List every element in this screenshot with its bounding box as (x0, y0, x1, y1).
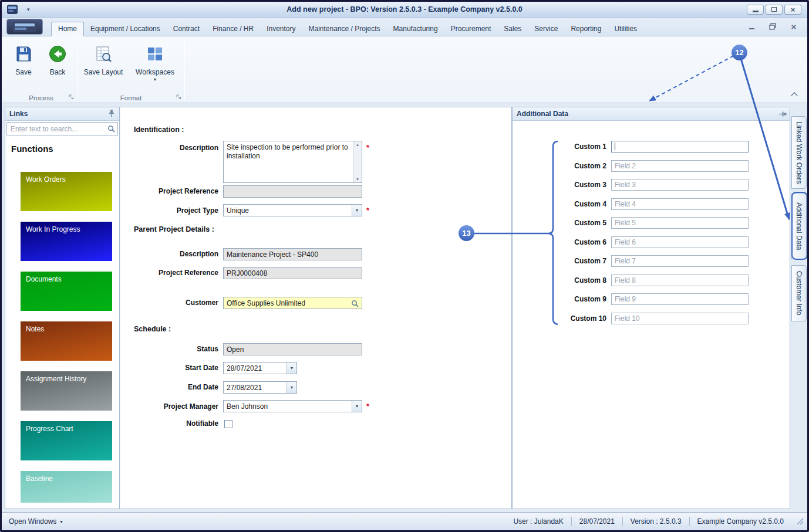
ribbon-tab-reporting[interactable]: Reporting (564, 22, 608, 36)
minimize-button[interactable] (747, 5, 764, 15)
custom-10-field[interactable] (611, 313, 749, 324)
custom-1-field[interactable] (611, 141, 749, 153)
status-user: User : JulandaK (513, 517, 563, 526)
ribbon-tab-maintenance-projects[interactable]: Maintenance / Projects (302, 22, 387, 36)
ribbon-tab-row: Home Equipment / Locations Contract Fina… (2, 18, 807, 36)
tile-notes[interactable]: Notes (21, 321, 112, 361)
custom-8-field[interactable] (611, 275, 749, 286)
description-scrollbar[interactable]: ▲ ▼ (353, 141, 362, 182)
pin-icon[interactable] (108, 109, 115, 119)
description-value: Site inspection to be performed prior to… (224, 141, 353, 182)
project-manager-label: Project Manager (120, 402, 218, 411)
custom-3-field[interactable] (611, 179, 749, 191)
start-date-combo[interactable]: 28/07/2021 ▼ (223, 362, 297, 374)
ribbon-tab-contract[interactable]: Contract (167, 22, 206, 36)
ribbon-tab-home[interactable]: Home (51, 22, 84, 36)
ribbon-tab-service[interactable]: Service (528, 22, 564, 36)
description-textarea[interactable]: Site inspection to be performed prior to… (223, 141, 362, 183)
custom-6-label: Custom 6 (513, 238, 606, 246)
ribbon-tab-inventory[interactable]: Inventory (260, 22, 302, 36)
group-separator (184, 39, 185, 101)
links-search-input[interactable] (6, 122, 118, 135)
workspaces-dropdown-icon: ▾ (154, 77, 156, 82)
ribbon-tab-finance-hr[interactable]: Finance / HR (206, 22, 260, 36)
project-type-required-asterisk: * (366, 206, 369, 215)
identification-header: Identification : (134, 126, 184, 134)
chevron-down-icon[interactable]: ▼ (286, 382, 296, 393)
additional-data-header: Additional Data (513, 107, 790, 121)
dock-tab-strip: Linked Work Orders Additional Data Custo… (791, 107, 808, 509)
separator (689, 517, 690, 526)
close-button[interactable]: × (784, 5, 801, 15)
notifiable-label: Notifiable (120, 419, 218, 428)
status-company: Example Company v2.5.0.0 (697, 517, 784, 526)
end-date-value: 27/08/2021 (227, 384, 262, 392)
ribbon-tab-procurement[interactable]: Procurement (444, 22, 498, 36)
open-windows-button[interactable]: Open Windows ▾ (9, 517, 62, 526)
search-icon[interactable] (107, 125, 115, 134)
custom-9-field[interactable] (611, 293, 749, 305)
scroll-up-icon[interactable]: ▲ (353, 143, 362, 147)
back-button[interactable]: Back (41, 40, 75, 99)
ribbon-tab-sales[interactable]: Sales (497, 22, 528, 36)
tile-work-orders[interactable]: Work Orders (21, 172, 112, 211)
scroll-down-icon[interactable]: ▼ (353, 177, 362, 181)
links-panel: Links Functions Work Orders Work In Prog… (5, 107, 120, 509)
status-bar: Open Windows ▾ User : JulandaK 28/07/202… (2, 512, 807, 530)
application-button[interactable] (6, 19, 43, 35)
chevron-down-icon: ▾ (60, 519, 62, 524)
save-layout-button[interactable]: Save Layout (82, 40, 125, 99)
custom-7-label: Custom 7 (513, 257, 606, 265)
mdi-restore-button[interactable] (768, 22, 777, 31)
ribbon-tab-utilities[interactable]: Utilities (608, 22, 643, 36)
start-date-value: 28/07/2021 (227, 364, 262, 372)
custom-2-field[interactable] (611, 160, 749, 172)
status-field: Open (223, 343, 362, 355)
customer-search-icon[interactable] (351, 300, 359, 309)
ribbon-tab-manufacturing[interactable]: Manufacturing (387, 22, 444, 36)
custom-5-label: Custom 5 (513, 219, 606, 227)
maximize-icon (771, 7, 777, 12)
chevron-down-icon[interactable]: ▼ (352, 205, 362, 216)
custom-6-field[interactable] (611, 236, 749, 248)
links-panel-header: Links (5, 107, 119, 121)
save-button[interactable]: Save (6, 40, 41, 99)
tab-additional-data[interactable]: Additional Data (791, 194, 807, 259)
project-reference-label: Project Reference (120, 187, 218, 195)
tab-linked-work-orders[interactable]: Linked Work Orders (791, 116, 807, 189)
custom-4-field[interactable] (611, 198, 749, 210)
notifiable-checkbox[interactable] (224, 420, 232, 428)
ribbon-collapse-icon[interactable] (790, 91, 799, 99)
status-version: Version : 2.5.0.3 (631, 517, 682, 526)
autohide-pin-icon[interactable] (777, 110, 787, 117)
custom-9-label: Custom 9 (513, 295, 606, 303)
customer-label: Customer (120, 299, 218, 307)
ribbon: Save Back Save Layout Workspaces ▾ Proce… (2, 36, 807, 103)
text-cursor (615, 143, 615, 150)
process-dialog-launcher-icon[interactable] (68, 94, 75, 100)
customer-lookup-field[interactable]: Office Supplies Unlimited (223, 297, 362, 309)
tile-documents[interactable]: Documents (21, 272, 112, 311)
mdi-minimize-button[interactable] (747, 22, 756, 31)
custom-7-field[interactable] (611, 255, 749, 267)
ribbon-tab-equipment-locations[interactable]: Equipment / Locations (84, 22, 167, 36)
mdi-close-button[interactable]: × (790, 22, 798, 31)
tile-baseline[interactable]: Baseline (21, 471, 112, 503)
chevron-down-icon[interactable]: ▼ (286, 362, 296, 374)
format-dialog-launcher-icon[interactable] (176, 94, 182, 100)
maximize-button[interactable] (766, 5, 783, 15)
project-type-value: Unique (227, 206, 249, 215)
project-manager-combo[interactable]: Ben Johnson ▼ (223, 400, 362, 412)
resize-grip[interactable] (796, 517, 804, 527)
end-date-combo[interactable]: 27/08/2021 ▼ (223, 381, 297, 394)
workspaces-button[interactable]: Workspaces ▾ (132, 40, 178, 99)
tile-work-in-progress[interactable]: Work In Progress (21, 222, 112, 261)
custom-5-field[interactable] (611, 217, 749, 229)
tab-customer-info[interactable]: Customer Info (791, 265, 807, 321)
project-type-combo[interactable]: Unique ▼ (223, 204, 362, 216)
chevron-down-icon[interactable]: ▼ (352, 401, 362, 412)
tile-assignment-history[interactable]: Assignment History (21, 371, 112, 411)
minimize-icon (753, 11, 759, 12)
application-logo-icon (13, 22, 36, 32)
tile-progress-chart[interactable]: Progress Chart (21, 421, 112, 460)
